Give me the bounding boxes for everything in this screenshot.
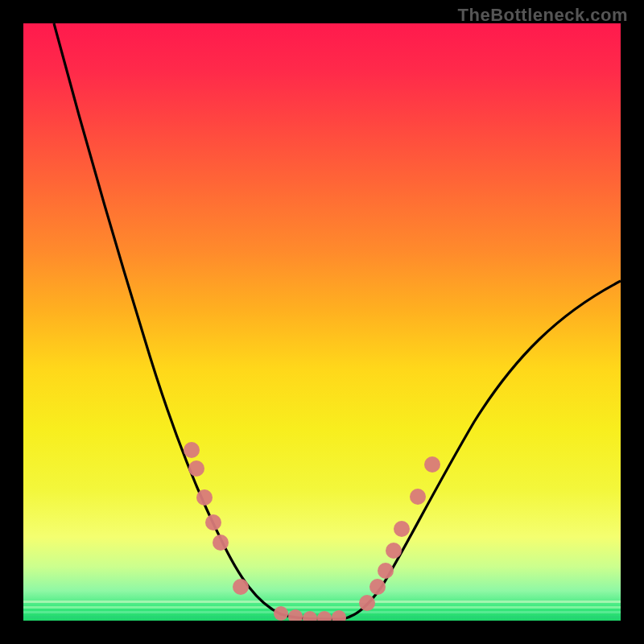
svg-point-3: [205, 514, 221, 530]
svg-point-1: [188, 460, 204, 477]
svg-point-2: [196, 489, 213, 506]
plot-area: [23, 23, 621, 621]
band-accent: [23, 601, 621, 603]
svg-point-11: [359, 595, 375, 611]
svg-point-4: [213, 535, 229, 551]
chart-frame: TheBottleneck.com: [0, 0, 644, 644]
svg-point-5: [233, 579, 249, 595]
svg-point-0: [184, 442, 200, 458]
band-accent: [23, 611, 621, 613]
svg-point-17: [424, 456, 440, 473]
svg-point-15: [394, 521, 410, 537]
svg-point-16: [410, 489, 426, 505]
bottleneck-curve: [23, 23, 621, 621]
curve-path: [54, 23, 621, 619]
svg-point-13: [378, 563, 394, 579]
svg-point-14: [386, 543, 402, 559]
band-accent: [23, 616, 621, 618]
band-accent: [23, 606, 621, 609]
highlight-dots: [184, 442, 440, 621]
svg-point-12: [369, 579, 386, 595]
